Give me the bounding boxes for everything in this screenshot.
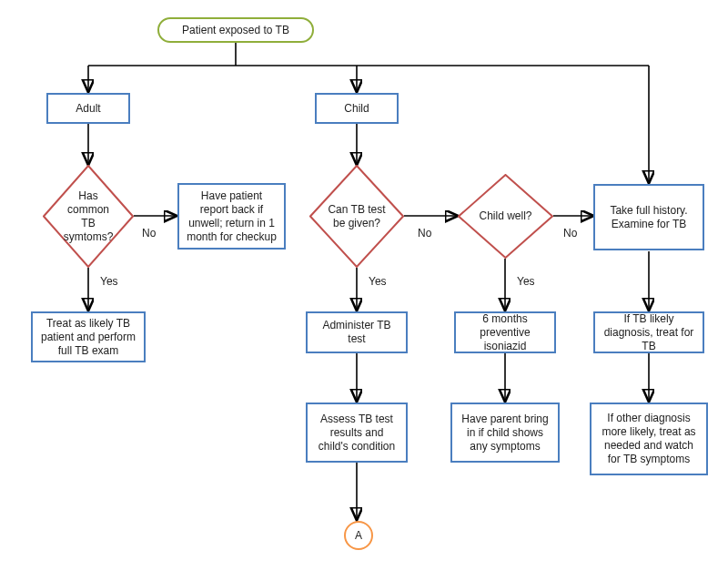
node-administer-test: Administer TB test [306, 311, 408, 353]
node-assess-results: Assess TB test results and child's condi… [306, 403, 408, 463]
start-label: Patient exposed to TB [182, 24, 289, 37]
node-adult-treat-label: Treat as likely TB patient and perform f… [40, 317, 136, 358]
node-other-diag: If other diagnosis more likely, treat as… [590, 403, 708, 475]
node-adult-label: Adult [76, 102, 100, 116]
node-preventive: 6 months preventive isoniazid [454, 311, 556, 353]
node-other-diag-label: If other diagnosis more likely, treat as… [599, 412, 699, 466]
node-parent-bring: Have parent bring in if child shows any … [450, 403, 560, 463]
edge-label-childtest-yes: Yes [369, 275, 387, 288]
node-administer-test-label: Administer TB test [315, 319, 399, 346]
node-adult: Adult [46, 93, 130, 124]
node-tb-likely: If TB likely diagnosis, treat for TB [593, 311, 704, 353]
node-adult-treat: Treat as likely TB patient and perform f… [31, 311, 146, 362]
decision-child-well-label: Child well? [479, 209, 531, 223]
decision-child-test: Can TB test be given? [309, 165, 404, 268]
node-report-back-label: Have patient report back if unwell; retu… [187, 189, 277, 244]
node-tb-likely-label: If TB likely diagnosis, treat for TB [602, 312, 695, 353]
edge-label-childtest-no: No [418, 227, 431, 240]
node-parent-bring-label: Have parent bring in if child shows any … [460, 413, 551, 454]
node-child-label: Child [344, 102, 369, 116]
node-take-history: Take full history. Examine for TB [593, 184, 704, 250]
arrows-layer [0, 0, 728, 581]
flowchart-canvas: Patient exposed to TB Adult Child Has co… [0, 0, 728, 581]
decision-adult-symptoms: Has common TB symtoms? [43, 165, 134, 268]
node-preventive-label: 6 months preventive isoniazid [463, 312, 547, 353]
node-assess-results-label: Assess TB test results and child's condi… [315, 413, 399, 454]
node-child: Child [315, 93, 399, 124]
start-terminator: Patient exposed to TB [157, 17, 314, 43]
decision-child-test-label: Can TB test be given? [326, 203, 388, 230]
decision-adult-symptoms-label: Has common TB symtoms? [59, 189, 117, 244]
connector-a: A [344, 521, 373, 550]
node-take-history-label: Take full history. Examine for TB [602, 204, 695, 231]
decision-child-well: Child well? [458, 174, 553, 259]
edge-label-childwell-yes: Yes [517, 275, 535, 288]
node-report-back: Have patient report back if unwell; retu… [177, 183, 286, 250]
edge-label-childwell-no: No [563, 227, 577, 240]
edge-label-adult-no: No [142, 227, 156, 240]
edge-label-adult-yes: Yes [100, 275, 118, 288]
connector-a-label: A [355, 529, 362, 542]
